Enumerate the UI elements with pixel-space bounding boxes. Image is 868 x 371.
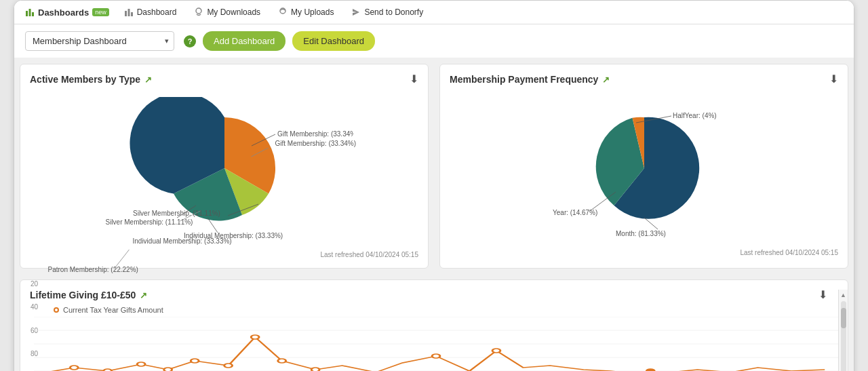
svg-point-44	[278, 359, 286, 363]
download-icon	[194, 7, 203, 17]
svg-rect-3	[125, 11, 127, 16]
lifetime-giving-content: Lifetime Giving £10-£50 ↗ ⬇︎ Current Tax…	[30, 290, 838, 371]
scrollbar-track	[841, 301, 846, 371]
lifetime-giving-ext-icon[interactable]: ↗	[140, 290, 147, 300]
app-frame: Dashboards new Dashboard My Downloads My	[14, 0, 854, 371]
svg-text:HalfYear: (4%): HalfYear: (4%)	[673, 112, 717, 119]
svg-line-24	[644, 218, 658, 229]
svg-text:Silver Membership: (11.11%): Silver Membership: (11.11%)	[133, 210, 220, 217]
svg-point-40	[164, 368, 172, 371]
payment-frequency-chart: Month: (81.33%) Year: (14.67%) HalfYear:…	[450, 90, 838, 246]
add-dashboard-button[interactable]: Add Dashboard	[203, 31, 285, 51]
payment-frequency-title: Membership Payment Frequency ↗	[450, 74, 838, 85]
dashboard-select-wrapper: Membership Dashboard ▾	[25, 31, 174, 51]
lifetime-giving-download-icon[interactable]: ⬇︎	[818, 288, 827, 301]
svg-text:Year: (14.67%): Year: (14.67%)	[553, 209, 597, 216]
active-members-title: Active Members by Type ↗	[30, 74, 418, 85]
svg-point-47	[492, 349, 500, 353]
svg-rect-4	[127, 9, 130, 16]
svg-point-41	[191, 359, 199, 363]
lifetime-giving-title: Lifetime Giving £10-£50 ↗	[30, 290, 838, 300]
payment-frequency-refresh: Last refreshed 04/10/2024 05:15	[450, 249, 838, 256]
payment-frequency-ext-icon[interactable]: ↗	[602, 75, 610, 85]
top-nav: Dashboards new Dashboard My Downloads My	[14, 1, 854, 24]
nav-item-downloads[interactable]: My Downloads	[191, 6, 263, 18]
nav-brand[interactable]: Dashboards new	[25, 7, 109, 18]
nav-brand-badge: new	[92, 8, 109, 16]
scrollbar-up-button[interactable]: ▲	[840, 292, 846, 298]
svg-point-6	[196, 8, 201, 14]
active-members-panel: Active Members by Type ↗ ⬇︎	[20, 64, 429, 269]
lifetime-giving-chart-svg	[34, 317, 838, 371]
nav-brand-label: Dashboards	[38, 7, 89, 18]
svg-point-39	[137, 362, 145, 366]
nav-item-uploads[interactable]: My Uploads	[275, 6, 336, 18]
svg-rect-0	[26, 11, 28, 16]
svg-rect-1	[29, 9, 31, 16]
active-members-chart: Gift Membership: (33.34%) Silver Members…	[30, 90, 418, 246]
active-members-refresh: Last refreshed 04/10/2024 05:15	[30, 251, 418, 258]
active-members-download-icon[interactable]: ⬇︎	[410, 73, 418, 85]
chart-icon	[124, 7, 134, 17]
svg-point-43	[251, 335, 259, 339]
active-members-ext-icon[interactable]: ↗	[144, 75, 152, 85]
nav-item-dashboard[interactable]: Dashboard	[121, 6, 180, 18]
help-icon[interactable]: ?	[184, 35, 196, 47]
svg-point-42	[224, 364, 233, 368]
svg-point-37	[70, 366, 78, 370]
dashboards-icon	[25, 7, 35, 17]
edit-dashboard-button[interactable]: Edit Dashboard	[292, 31, 375, 51]
svg-point-46	[432, 354, 440, 358]
svg-text:Gift Membership: (33.34%): Gift Membership: (33.34%)	[277, 130, 353, 138]
legend-dot	[54, 307, 59, 313]
dashboard-grid: Active Members by Type ↗ ⬇︎	[14, 58, 854, 371]
svg-text:Patron Membership: (22.22%): Patron Membership: (22.22%)	[48, 266, 138, 273]
payment-frequency-download-icon[interactable]: ⬇︎	[829, 73, 838, 85]
svg-text:Month: (81.33%): Month: (81.33%)	[616, 230, 666, 237]
svg-point-45	[311, 368, 319, 371]
send-icon	[351, 7, 361, 17]
svg-rect-5	[131, 12, 133, 16]
nav-item-send[interactable]: Send to Donorfy	[349, 6, 426, 18]
scrollbar-handle[interactable]	[841, 308, 846, 328]
payment-frequency-panel: Membership Payment Frequency ↗ ⬇︎	[439, 64, 848, 269]
svg-text:Individual Membership: (33.33%: Individual Membership: (33.33%)	[184, 232, 283, 239]
panel-scrollbar[interactable]: ▲ ▼	[838, 290, 848, 371]
svg-rect-2	[32, 12, 34, 16]
toolbar: Membership Dashboard ▾ ? Add Dashboard E…	[14, 24, 854, 58]
dashboard-select[interactable]: Membership Dashboard	[25, 31, 174, 51]
lifetime-giving-panel: Lifetime Giving £10-£50 ↗ ⬇︎ Current Tax…	[20, 279, 848, 371]
lifetime-giving-legend: Current Tax Year Gifts Amount	[54, 306, 838, 314]
upload-icon	[278, 7, 288, 17]
